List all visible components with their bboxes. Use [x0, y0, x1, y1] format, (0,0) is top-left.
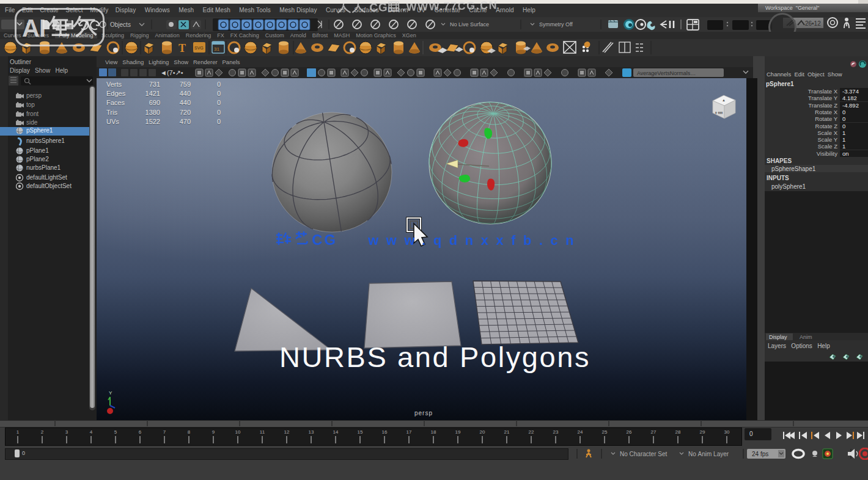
svg-text:SVG: SVG [194, 46, 204, 50]
svg-text:12: 12 [284, 429, 290, 435]
svg-text:▲: ▲ [722, 98, 726, 102]
svg-text:27: 27 [651, 429, 657, 435]
svg-text:13: 13 [309, 429, 314, 435]
svg-text:14: 14 [333, 429, 339, 435]
svg-text:20: 20 [480, 429, 485, 435]
svg-text:22: 22 [529, 429, 534, 435]
svg-text:3: 3 [65, 429, 68, 435]
svg-text:Objects: Objects [110, 21, 131, 28]
svg-text:31: 31 [214, 46, 219, 52]
svg-text:No Anim Layer: No Anim Layer [688, 451, 729, 457]
svg-text:2: 2 [41, 429, 44, 435]
svg-text:CG: CG [312, 231, 337, 248]
svg-text:26: 26 [627, 429, 632, 435]
svg-text:No Live Surface: No Live Surface [450, 21, 489, 27]
svg-text:26•12: 26•12 [805, 20, 821, 27]
svg-text:23: 23 [553, 429, 559, 435]
svg-text:10: 10 [235, 429, 241, 435]
svg-text:16: 16 [382, 429, 388, 435]
svg-text:▮⎯▮▮▮: ▮⎯▮▮▮ [715, 111, 723, 114]
svg-text:17: 17 [406, 429, 412, 435]
svg-text:No Character Set: No Character Set [620, 451, 667, 457]
svg-text:www.qdnxxfb.cn: www.qdnxxfb.cn [367, 233, 581, 248]
svg-text:19: 19 [455, 429, 461, 435]
svg-text:AverageVertsNormals…: AverageVertsNormals… [637, 70, 696, 76]
svg-text:9: 9 [212, 429, 215, 435]
svg-text:24: 24 [578, 429, 583, 435]
svg-text:1: 1 [17, 429, 20, 435]
svg-text:6: 6 [139, 429, 142, 435]
svg-text:7: 7 [163, 429, 166, 435]
svg-text:30: 30 [724, 429, 730, 435]
svg-text:11: 11 [260, 429, 265, 435]
svg-text:T: T [178, 42, 186, 54]
svg-text:◄(7•↗•: ◄(7•↗• [160, 69, 183, 76]
svg-text:28: 28 [675, 429, 681, 435]
svg-text:CG: CG [369, 1, 388, 14]
svg-text:25: 25 [602, 429, 608, 435]
svg-text:21: 21 [504, 429, 510, 435]
svg-text:4: 4 [90, 429, 93, 435]
svg-text:5: 5 [114, 429, 117, 435]
svg-text:24 fps: 24 fps [752, 451, 768, 457]
svg-text:15: 15 [358, 429, 363, 435]
svg-text:29: 29 [700, 429, 705, 435]
svg-text:8: 8 [188, 429, 191, 435]
svg-text:.WWW.77CG.CN: .WWW.77CG.CN [402, 1, 498, 13]
svg-text:18: 18 [431, 429, 436, 435]
svg-text:Symmetry Off: Symmetry Off [539, 21, 573, 27]
